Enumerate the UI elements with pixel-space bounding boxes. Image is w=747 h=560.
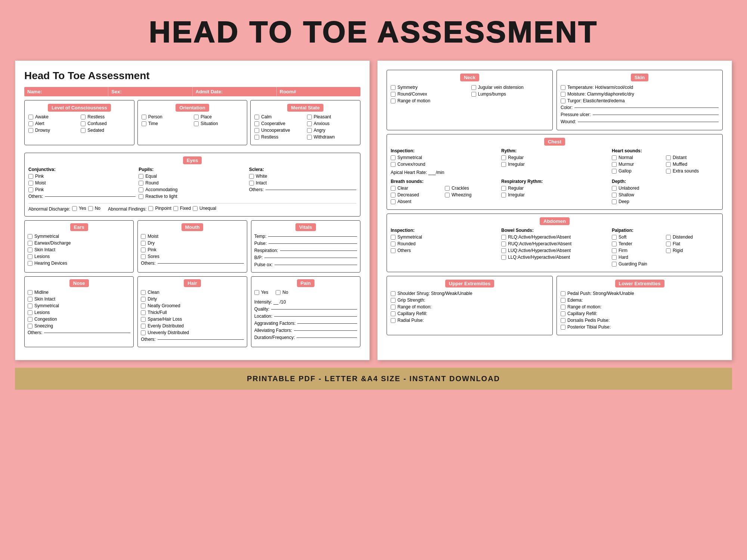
ms-cooperative[interactable]: Cooperative	[254, 121, 304, 126]
neck-range-motion[interactable]: Range of motion	[391, 98, 468, 103]
nose-symmetrical[interactable]: Symmetrical	[28, 303, 130, 308]
bs-ruq[interactable]: RUQ:Active/Hyperactive/Absent	[501, 241, 608, 246]
hair-unevenly[interactable]: Unevenly Distributed	[141, 330, 244, 335]
le-capillary[interactable]: Capillary Refill:	[561, 311, 719, 316]
loc-drowsy[interactable]: Drowsy	[28, 128, 78, 133]
bs-llq[interactable]: LLQ:Active/Hyperactive/Absent	[501, 255, 608, 260]
loc-restless[interactable]: Restless	[81, 114, 130, 119]
palp-distended[interactable]: Distended	[666, 234, 719, 240]
eye-white[interactable]: White	[249, 174, 356, 179]
abd-others[interactable]: Others	[391, 248, 498, 253]
le-pedal[interactable]: Pedal Push: Strong/Weak/Unable	[561, 291, 719, 296]
bs-rlq[interactable]: RLQ:Active/Hyperactive/Absent	[501, 234, 608, 240]
orient-place[interactable]: Place	[194, 114, 243, 119]
mouth-sores[interactable]: Sores	[141, 254, 244, 259]
ms-withdrawn[interactable]: Withdrawn	[307, 134, 356, 140]
hs-extra[interactable]: Extra sounds	[666, 168, 719, 174]
eye-intact[interactable]: Intact	[249, 180, 356, 186]
depth-deep[interactable]: Deep	[612, 199, 719, 204]
eye-moist[interactable]: Moist	[28, 180, 136, 186]
ears-symmetrical[interactable]: Symmetrical	[28, 234, 130, 239]
hs-gallop[interactable]: Gallop	[612, 168, 664, 174]
ms-anxious[interactable]: Anxious	[307, 121, 356, 126]
ms-calm[interactable]: Calm	[254, 114, 304, 119]
neck-symmetry[interactable]: Symmetry	[391, 85, 468, 90]
finding-pinpoint[interactable]: Pinpoint	[148, 206, 171, 211]
hair-evenly[interactable]: Evenly Distributed	[141, 323, 244, 329]
pain-yes[interactable]: Yes	[254, 290, 269, 295]
loc-alert[interactable]: Alert	[28, 121, 78, 126]
le-edema[interactable]: Edema:	[561, 298, 719, 303]
mouth-pink[interactable]: Pink	[141, 247, 244, 252]
eye-pink2[interactable]: Pink	[28, 187, 136, 192]
ue-radial[interactable]: Radial Pulse:	[391, 318, 549, 323]
ears-hearing-devices[interactable]: Hearing Devices	[28, 261, 130, 266]
palp-soft[interactable]: Soft	[612, 234, 664, 240]
neck-lumps[interactable]: Lumps/bumps	[471, 91, 549, 97]
abd-symmetrical[interactable]: Symmetrical	[391, 234, 498, 240]
neck-jvd[interactable]: Jugular vein distension	[471, 85, 549, 90]
bs-luq[interactable]: LUQ:Active/Hyperactive/Absent	[501, 248, 608, 253]
hair-sparse[interactable]: Sparse/Hair Loss	[141, 317, 244, 322]
finding-unequal[interactable]: Unequal	[193, 206, 216, 211]
neck-round-convex[interactable]: Round/Convex	[391, 91, 468, 97]
ms-restless[interactable]: Restless	[254, 134, 304, 140]
ms-pleasant[interactable]: Pleasant	[307, 114, 356, 119]
nose-sneezing[interactable]: Sneezing	[28, 323, 130, 329]
depth-unlabored[interactable]: Unlabored	[612, 186, 719, 191]
chest-regular[interactable]: Regular	[501, 155, 608, 160]
palp-guarding[interactable]: Guarding Pain	[612, 261, 664, 267]
hair-neatly-groomed[interactable]: Neatly Groomed	[141, 303, 244, 308]
palp-hard[interactable]: Hard	[612, 255, 664, 260]
discharge-no[interactable]: No	[88, 206, 100, 211]
finding-fixed[interactable]: Fixed	[173, 206, 191, 211]
orient-time[interactable]: Time	[142, 121, 191, 126]
palp-firm[interactable]: Firm	[612, 248, 664, 253]
depth-shallow[interactable]: Shallow	[612, 192, 719, 197]
eye-pink1[interactable]: Pink	[28, 174, 136, 179]
hair-thick-full[interactable]: Thick/Full	[141, 310, 244, 315]
ears-earwax[interactable]: Earwax/Discharge	[28, 240, 130, 246]
hs-normal[interactable]: Normal	[612, 155, 664, 160]
mouth-moist[interactable]: Moist	[141, 234, 244, 239]
ue-capillary[interactable]: Capillary Refill:	[391, 311, 549, 316]
bs-crackles[interactable]: Crackles	[445, 186, 498, 191]
skin-temp[interactable]: Temperature: Hot/warm/cool/cold	[561, 85, 719, 90]
ears-skin-intact[interactable]: Skin Intact	[28, 247, 130, 252]
bs-decreased[interactable]: Decreased	[391, 192, 443, 197]
nose-congestion[interactable]: Congestion	[28, 317, 130, 322]
ms-angry[interactable]: Angry	[307, 128, 356, 133]
ears-lesions[interactable]: Lesions	[28, 254, 130, 259]
ms-uncooperative[interactable]: Uncooperative	[254, 128, 304, 133]
loc-awake[interactable]: Awake	[28, 114, 78, 119]
bs-clear[interactable]: Clear	[391, 186, 443, 191]
palp-flat[interactable]: Flat	[666, 241, 719, 246]
hs-muffled[interactable]: Muffled	[666, 162, 719, 167]
discharge-yes[interactable]: Yes	[72, 206, 86, 211]
ue-shoulder[interactable]: Shoulder Shrug: Strong/Weak/Unable	[391, 291, 549, 296]
eye-equal[interactable]: Equal	[139, 174, 246, 179]
eye-accommodating[interactable]: Accommodating	[139, 187, 246, 192]
orient-situation[interactable]: Situation	[194, 121, 243, 126]
palp-tender[interactable]: Tender	[612, 241, 664, 246]
loc-sedated[interactable]: Sedated	[81, 128, 130, 133]
eye-reactive[interactable]: Reactive to light	[139, 194, 246, 199]
chest-irregular[interactable]: Irregular	[501, 162, 608, 167]
nose-lesions[interactable]: Lesions	[28, 310, 130, 315]
chest-symmetrical[interactable]: Symmetrical	[391, 155, 498, 160]
pain-no[interactable]: No	[276, 290, 288, 295]
ue-range[interactable]: Range of motion:	[391, 304, 549, 309]
hair-clean[interactable]: Clean	[141, 290, 244, 295]
eye-round[interactable]: Round	[139, 180, 246, 186]
hair-dirty[interactable]: Dirty	[141, 296, 244, 302]
ue-grip[interactable]: Grip Strength:	[391, 298, 549, 303]
nose-skin-intact[interactable]: Skin Intact	[28, 296, 130, 302]
palp-rigid[interactable]: Rigid	[666, 248, 719, 253]
loc-confused[interactable]: Confused	[81, 121, 130, 126]
orient-person[interactable]: Person	[142, 114, 191, 119]
nose-midline[interactable]: Midline	[28, 290, 130, 295]
resp-regular[interactable]: Regular	[501, 186, 608, 191]
bs-wheezing[interactable]: Wheezing	[445, 192, 498, 197]
skin-moisture[interactable]: Moisture: Clammy/diaphoretic/dry	[561, 91, 719, 97]
mouth-dry[interactable]: Dry	[141, 240, 244, 246]
